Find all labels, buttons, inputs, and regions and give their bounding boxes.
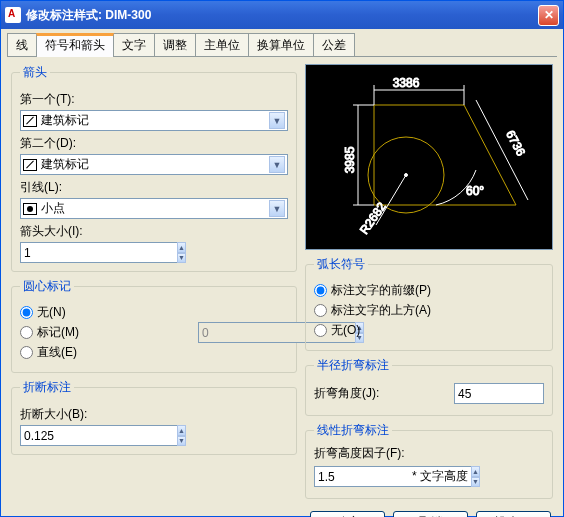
chevron-down-icon: ▼ xyxy=(269,112,285,129)
center-none-label: 无(N) xyxy=(37,304,66,321)
chevron-down-icon: ▼ xyxy=(269,200,285,217)
jog-factor-suffix: * 文字高度 xyxy=(412,468,468,485)
arrows-group: 箭头 第一个(T): 建筑标记 ▼ 第二个(D): 建筑标记 ▼ 引线(L): … xyxy=(11,64,297,272)
arc-above-label: 标注文字的上方(A) xyxy=(331,302,431,319)
jog-factor-spinner[interactable]: ▲▼ xyxy=(314,466,404,487)
center-none-radio[interactable] xyxy=(20,306,33,319)
close-button[interactable]: ✕ xyxy=(538,5,559,26)
arc-none-label: 无(O) xyxy=(331,322,360,339)
tab-fit[interactable]: 调整 xyxy=(154,33,196,57)
arc-legend: 弧长符号 xyxy=(314,256,368,273)
app-icon xyxy=(5,7,21,23)
jog-angle-label: 折弯角度(J): xyxy=(314,385,446,402)
break-dim-group: 折断标注 折断大小(B): ▲▼ xyxy=(11,379,297,455)
second-arrow-combo[interactable]: 建筑标记 ▼ xyxy=(20,154,288,175)
arc-symbol-group: 弧长符号 标注文字的前缀(P) 标注文字的上方(A) 无(O) xyxy=(305,256,553,351)
center-line-label: 直线(E) xyxy=(37,344,77,361)
dim-diag: 6736 xyxy=(503,128,528,158)
tab-line[interactable]: 线 xyxy=(7,33,37,57)
radius-jog-group: 半径折弯标注 折弯角度(J): xyxy=(305,357,553,416)
tab-symbols-arrows[interactable]: 符号和箭头 xyxy=(36,33,114,57)
leader-combo[interactable]: 小点 ▼ xyxy=(20,198,288,219)
tab-text[interactable]: 文字 xyxy=(113,33,155,57)
center-legend: 圆心标记 xyxy=(20,278,74,295)
preview-pane: 3386 3985 6736 60° R2682 xyxy=(305,64,553,250)
spin-up[interactable]: ▲ xyxy=(177,425,186,436)
arrows-legend: 箭头 xyxy=(20,64,50,81)
dim-top: 3386 xyxy=(393,76,420,90)
center-mark-radio[interactable] xyxy=(20,326,33,339)
break-size-input[interactable] xyxy=(20,425,177,446)
break-legend: 折断标注 xyxy=(20,379,74,396)
leader-value: 小点 xyxy=(41,200,269,217)
dot-icon xyxy=(23,203,37,215)
spin-up[interactable]: ▲ xyxy=(177,242,186,253)
radius-jog-legend: 半径折弯标注 xyxy=(314,357,392,374)
cancel-button[interactable]: 取消 xyxy=(393,511,468,517)
second-arrow-value: 建筑标记 xyxy=(41,156,269,173)
tab-alt-units[interactable]: 换算单位 xyxy=(248,33,314,57)
center-size-spinner: ▲▼ xyxy=(198,322,288,343)
tab-primary-units[interactable]: 主单位 xyxy=(195,33,249,57)
linear-jog-legend: 线性折弯标注 xyxy=(314,422,392,439)
chevron-down-icon: ▼ xyxy=(269,156,285,173)
arrow-size-label: 箭头大小(I): xyxy=(20,223,288,240)
arc-prefix-label: 标注文字的前缀(P) xyxy=(331,282,431,299)
arc-prefix-radio[interactable] xyxy=(314,284,327,297)
jog-factor-label: 折弯高度因子(F): xyxy=(314,445,544,462)
dim-left: 3985 xyxy=(343,146,357,173)
first-arrow-value: 建筑标记 xyxy=(41,112,269,129)
break-size-label: 折断大小(B): xyxy=(20,406,288,423)
tab-tolerance[interactable]: 公差 xyxy=(313,33,355,57)
spin-up[interactable]: ▲ xyxy=(471,466,480,477)
arrow-size-spinner[interactable]: ▲▼ xyxy=(20,242,110,263)
linear-jog-group: 线性折弯标注 折弯高度因子(F): ▲▼ * 文字高度 xyxy=(305,422,553,499)
first-arrow-combo[interactable]: 建筑标记 ▼ xyxy=(20,110,288,131)
arrow-size-input[interactable] xyxy=(20,242,177,263)
titlebar: 修改标注样式: DIM-300 ✕ xyxy=(1,1,563,29)
help-button[interactable]: 帮助(H) xyxy=(476,511,551,517)
window-title: 修改标注样式: DIM-300 xyxy=(26,7,538,24)
jog-angle-input[interactable] xyxy=(454,383,544,404)
break-size-spinner[interactable]: ▲▼ xyxy=(20,425,110,446)
center-mark-label: 标记(M) xyxy=(37,324,79,341)
svg-point-9 xyxy=(405,174,408,177)
center-line-radio[interactable] xyxy=(20,346,33,359)
spin-down[interactable]: ▼ xyxy=(471,477,480,488)
content-area: 箭头 第一个(T): 建筑标记 ▼ 第二个(D): 建筑标记 ▼ 引线(L): … xyxy=(1,58,563,505)
center-mark-group: 圆心标记 无(N) 标记(M) 直线(E) ▲▼ xyxy=(11,278,297,373)
dialog-window: 修改标注样式: DIM-300 ✕ 线 符号和箭头 文字 调整 主单位 换算单位… xyxy=(0,0,564,517)
first-arrow-label: 第一个(T): xyxy=(20,91,288,108)
tab-bar: 线 符号和箭头 文字 调整 主单位 换算单位 公差 xyxy=(1,29,563,57)
arch-tick-icon xyxy=(23,159,37,171)
dim-angle: 60° xyxy=(466,184,484,198)
spin-down[interactable]: ▼ xyxy=(177,436,186,447)
arc-above-radio[interactable] xyxy=(314,304,327,317)
arch-tick-icon xyxy=(23,115,37,127)
arc-none-radio[interactable] xyxy=(314,324,327,337)
second-arrow-label: 第二个(D): xyxy=(20,135,288,152)
spin-down[interactable]: ▼ xyxy=(177,253,186,264)
leader-label: 引线(L): xyxy=(20,179,288,196)
button-row: 确定 取消 帮助(H) xyxy=(1,505,563,517)
ok-button[interactable]: 确定 xyxy=(310,511,385,517)
